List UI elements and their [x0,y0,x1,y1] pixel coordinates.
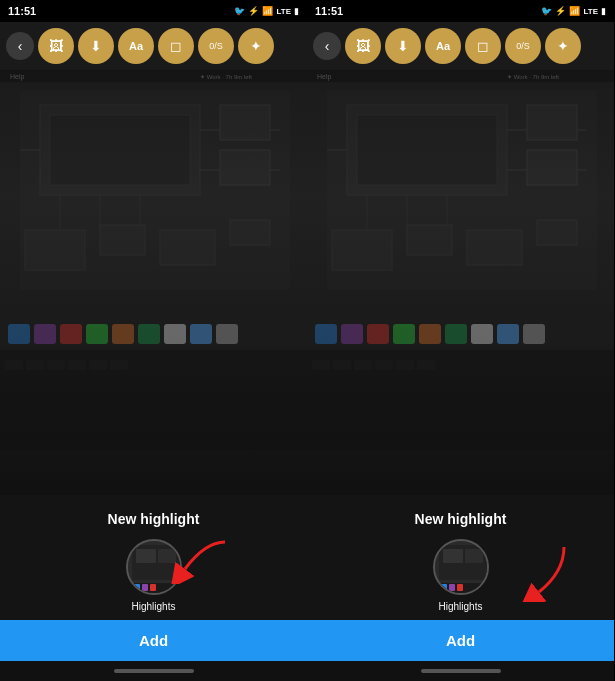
svg-rect-75 [471,324,493,344]
svg-rect-67 [417,360,435,370]
svg-rect-83 [443,549,463,563]
highlight-thumb-right [435,541,489,595]
highlights-row-right: Highlights [307,539,614,612]
status-time-right: 11:51 [315,5,343,17]
svg-rect-31 [190,324,212,344]
highlight-label-right: Highlights [439,601,483,612]
svg-rect-57 [332,230,392,270]
lte-icon-left: LTE [276,7,291,16]
svg-rect-63 [333,360,351,370]
toolbar-btn-download-left[interactable]: ⬇ [78,28,114,64]
svg-rect-52 [527,105,577,140]
home-bar-right [421,669,501,673]
svg-rect-33 [0,70,307,82]
toolbar-btn-photo-left[interactable]: 🖼 [38,28,74,64]
svg-rect-20 [68,360,86,370]
home-bar-left [114,669,194,673]
status-bar-left: 11:51 🐦 ⚡ 📶 LTE ▮ [0,0,307,22]
circuit-svg-right: Help ✦ Work · 7h 9m left [307,70,614,450]
bottom-panel-right: New highlight Highlights [307,495,614,681]
svg-rect-27 [86,324,108,344]
svg-text:✦ Work · 7h 9m left: ✦ Work · 7h 9m left [507,74,559,80]
svg-rect-41 [134,584,140,591]
twitter-icon-left: 🐦 [234,6,245,16]
svg-rect-74 [445,324,467,344]
svg-text:Help: Help [10,73,25,81]
toolbar-btn-photo-right[interactable]: 🖼 [345,28,381,64]
svg-rect-26 [60,324,82,344]
svg-rect-62 [312,360,330,370]
svg-rect-17 [5,360,23,370]
back-button-left[interactable]: ‹ [6,32,34,60]
toolbar-btn-sticker-right[interactable]: ◻ [465,28,501,64]
svg-rect-69 [315,324,337,344]
svg-rect-32 [216,324,238,344]
right-panel: 11:51 🐦 ⚡ 📶 LTE ▮ ‹ 🖼 ⬇ Aa ◻ 0/S ✦ [307,0,614,681]
left-panel: 11:51 🐦 ⚡ 📶 LTE ▮ ‹ 🖼 ⬇ Aa ◻ 0/S ✦ [0,0,307,681]
toolbar-btn-download-right[interactable]: ⬇ [385,28,421,64]
svg-rect-72 [393,324,415,344]
toolbar-btn-effect-left[interactable]: ✦ [238,28,274,64]
svg-rect-87 [449,584,455,591]
svg-rect-78 [307,70,614,82]
twitter-icon-right: 🐦 [541,6,552,16]
svg-text:Help: Help [317,73,332,81]
svg-rect-70 [341,324,363,344]
toolbar-btn-effect-right[interactable]: ✦ [545,28,581,64]
svg-rect-7 [220,105,270,140]
svg-rect-18 [26,360,44,370]
battery-icon-left: ▮ [294,6,299,16]
home-indicator-right [307,661,614,681]
red-arrow-left [155,534,235,584]
svg-rect-53 [527,150,577,185]
svg-rect-66 [396,360,414,370]
svg-rect-25 [34,324,56,344]
add-button-left[interactable]: Add [0,620,307,661]
back-button-right[interactable]: ‹ [313,32,341,60]
svg-rect-19 [47,360,65,370]
svg-rect-58 [407,225,452,255]
toolbar-btn-timer-right[interactable]: 0/S [505,28,541,64]
highlight-item-right[interactable]: Highlights [433,539,489,612]
bluetooth-icon-right: ⚡ [555,6,566,16]
circuit-svg-left: Help ✦ Work · 7h 9m left [0,70,307,450]
svg-rect-16 [0,350,307,450]
toolbar-btn-text-right[interactable]: Aa [425,28,461,64]
toolbar-btn-sticker-left[interactable]: ◻ [158,28,194,64]
svg-rect-77 [523,324,545,344]
toolbar-btn-timer-left[interactable]: 0/S [198,28,234,64]
svg-rect-71 [367,324,389,344]
svg-rect-65 [375,360,393,370]
circuit-bg-right: Help ✦ Work · 7h 9m left [307,70,614,495]
image-area-right: Help ✦ Work · 7h 9m left [307,70,614,495]
svg-rect-22 [110,360,128,370]
image-area-left: Help ✦ Work · 7h 9m left [0,70,307,495]
svg-rect-28 [112,324,134,344]
svg-rect-29 [138,324,160,344]
status-icons-left: 🐦 ⚡ 📶 LTE ▮ [234,6,299,16]
svg-rect-43 [150,584,156,591]
svg-rect-38 [136,549,156,563]
home-indicator-left [0,661,307,681]
signal-icon-left: 📶 [262,6,273,16]
svg-rect-59 [467,230,522,265]
svg-rect-12 [25,230,85,270]
battery-icon-right: ▮ [601,6,606,16]
svg-rect-14 [160,230,215,265]
lte-icon-right: LTE [583,7,598,16]
svg-rect-88 [457,584,463,591]
status-time-left: 11:51 [8,5,36,17]
highlights-row-left: Highlights [0,539,307,612]
highlight-label-left: Highlights [132,601,176,612]
bottom-panel-left: New highlight Highlights [0,495,307,681]
new-highlight-title-right: New highlight [307,511,614,527]
svg-rect-15 [230,220,270,245]
svg-rect-86 [441,584,447,591]
add-button-right[interactable]: Add [307,620,614,661]
status-bar-right: 11:51 🐦 ⚡ 📶 LTE ▮ [307,0,614,22]
toolbar-btn-text-left[interactable]: Aa [118,28,154,64]
toolbar-right: ‹ 🖼 ⬇ Aa ◻ 0/S ✦ [307,22,614,70]
svg-rect-60 [537,220,577,245]
toolbar-left: ‹ 🖼 ⬇ Aa ◻ 0/S ✦ [0,22,307,70]
status-icons-right: 🐦 ⚡ 📶 LTE ▮ [541,6,606,16]
